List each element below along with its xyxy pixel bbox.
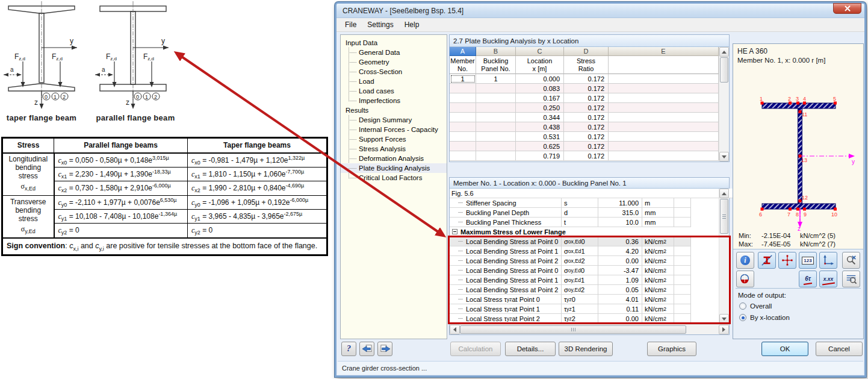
cell-desc[interactable]: Local Stress τyz at Point 2 — [450, 314, 562, 324]
cell-value[interactable]: -3.47 — [598, 266, 642, 275]
cell-e[interactable] — [609, 142, 719, 151]
cell-panel[interactable] — [476, 84, 516, 93]
cell-member[interactable] — [450, 142, 476, 151]
cell-member[interactable] — [450, 93, 476, 103]
cell-panel[interactable] — [476, 93, 516, 103]
cell-symbol[interactable]: σoy,Ed 0 — [562, 266, 598, 275]
radio-by-x-location[interactable]: By x-location — [739, 314, 790, 321]
ok-button[interactable]: OK — [761, 342, 808, 356]
zoom-reset-button[interactable] — [842, 252, 860, 269]
horizontal-scrollbar[interactable] — [450, 324, 729, 334]
column-letter-d[interactable]: D — [564, 47, 609, 56]
cell-ratio[interactable]: 0.172 — [564, 132, 609, 142]
cell-desc[interactable]: Local Bending Stress at Point 1 — [450, 275, 562, 285]
cell-panel[interactable] — [476, 103, 516, 113]
cell-desc[interactable]: Buckling Panel Thickness — [450, 218, 562, 227]
cell-ratio[interactable]: 0.172 — [564, 151, 609, 161]
cell-unit[interactable]: kN/cm2 — [642, 266, 674, 275]
nav-item-plate-buckling-analysis[interactable]: Plate Buckling Analysis — [341, 163, 447, 173]
next-screen-button[interactable] — [377, 342, 392, 356]
nav-item-design-summary[interactable]: Design Summary — [341, 115, 447, 125]
cell-location[interactable]: 0.344 — [516, 113, 564, 122]
nav-item-imperfections[interactable]: Imperfections — [341, 96, 447, 105]
menu-help[interactable]: Help — [399, 19, 425, 31]
cell-location[interactable]: 0.083 — [516, 84, 564, 93]
cell-value[interactable]: 0.36 — [598, 237, 642, 246]
cell-member[interactable] — [450, 122, 476, 132]
radio-overall[interactable]: Overall — [739, 302, 772, 310]
nav-item-support-forces[interactable]: Support Forces — [341, 134, 447, 144]
nav-item-deformation-analysis[interactable]: Deformation Analysis — [341, 154, 447, 163]
cell-value[interactable]: 0.05 — [598, 285, 642, 295]
print-report-button[interactable] — [736, 271, 754, 287]
cell-ratio[interactable]: 0.172 — [564, 113, 609, 122]
cell-member[interactable] — [450, 151, 476, 161]
show-section-button[interactable] — [758, 252, 776, 269]
nav-item-stress-analysis[interactable]: Stress Analysis — [341, 144, 447, 154]
cell-panel[interactable] — [476, 122, 516, 132]
cell-e[interactable] — [609, 113, 719, 122]
cell-panel[interactable] — [476, 142, 516, 151]
cell-e[interactable] — [609, 84, 719, 93]
cell-desc[interactable]: Local Bending Stress at Point 1 — [450, 246, 562, 256]
calculation-button[interactable]: Calculation — [450, 342, 501, 356]
cell-e[interactable] — [609, 132, 719, 142]
decimal-places-button[interactable]: x.xx — [819, 271, 837, 287]
cell-ratio[interactable]: 0.172 — [564, 103, 609, 113]
cell-symbol[interactable]: d — [562, 208, 598, 218]
result-details-button[interactable] — [842, 271, 860, 287]
cell-location[interactable]: 0.719 — [516, 151, 564, 161]
cell-unit[interactable]: kN/cm2 — [642, 246, 674, 256]
cell-location[interactable]: 0.625 — [516, 142, 564, 151]
scroll-up-button[interactable] — [719, 47, 729, 57]
cell-symbol[interactable]: σoy,Ed 2 — [562, 285, 598, 295]
cell-value[interactable]: 0.00 — [598, 256, 642, 266]
column-letter-b[interactable]: B — [476, 47, 516, 56]
cell-location[interactable]: 0.531 — [516, 132, 564, 142]
cell-panel[interactable] — [476, 132, 516, 142]
cell-value[interactable]: 10.0 — [598, 218, 642, 227]
cell-e[interactable] — [609, 122, 719, 132]
cell-symbol[interactable]: τyz 0 — [562, 295, 598, 304]
cell-unit[interactable]: kN/cm2 — [642, 285, 674, 295]
cell-desc[interactable]: Local Bending Stress at Point 0 — [450, 237, 562, 246]
group-max-stress[interactable]: Maximum Stress of Lower Flange — [450, 227, 719, 237]
nav-input-data[interactable]: Input Data — [341, 38, 447, 48]
cell-symbol[interactable]: σoy,Ed 1 — [562, 275, 598, 285]
cell-unit[interactable]: mm — [642, 208, 674, 218]
scrollbar-thumb[interactable] — [720, 199, 728, 234]
cell-desc[interactable]: Local Bending Stress at Point 0 — [450, 266, 562, 275]
cell-desc[interactable]: Local Stress τyz at Point 0 — [450, 295, 562, 304]
title-bar[interactable]: CRANEWAY - [Seeßelberg Bsp. 15.4] — [336, 4, 864, 18]
cell-unit[interactable]: mm — [642, 218, 674, 227]
nav-item-cross-section[interactable]: Cross-Section — [341, 67, 447, 77]
stress-points-button[interactable] — [778, 252, 796, 269]
nav-item-internal-forces[interactable]: Internal Forces - Capacity — [341, 125, 447, 134]
cell-value[interactable]: 11.000 — [598, 198, 642, 208]
scroll-left-button[interactable] — [450, 325, 460, 334]
cell-e[interactable] — [609, 151, 719, 161]
cell-location[interactable]: 0.000 — [516, 74, 564, 84]
cell-ratio[interactable]: 0.172 — [564, 84, 609, 93]
cell-desc[interactable]: Buckling Panel Depth — [450, 208, 562, 218]
previous-screen-button[interactable] — [359, 342, 374, 356]
scroll-right-button[interactable] — [719, 325, 729, 334]
graphics-button[interactable]: Graphics — [647, 342, 696, 356]
cell-unit[interactable]: m — [642, 198, 674, 208]
cell-unit[interactable]: kN/cm2 — [642, 314, 674, 324]
cell-symbol[interactable]: t — [562, 218, 598, 227]
cell-location[interactable]: 0.167 — [516, 93, 564, 103]
cell-member[interactable] — [450, 113, 476, 122]
menu-settings[interactable]: Settings — [362, 19, 398, 31]
cell-panel[interactable]: 1 — [476, 74, 516, 84]
close-button[interactable] — [833, 3, 861, 14]
scrollbar-thumb[interactable] — [460, 325, 686, 334]
cell-location[interactable]: 0.250 — [516, 103, 564, 113]
nav-results[interactable]: Results — [341, 105, 447, 115]
scroll-down-button[interactable] — [719, 314, 729, 324]
cell-value[interactable]: 0.00 — [598, 314, 642, 324]
cell-symbol[interactable]: σox,Ed 1 — [562, 246, 598, 256]
cell-desc[interactable]: Local Stress τyz at Point 1 — [450, 304, 562, 314]
cell-member[interactable] — [450, 103, 476, 113]
cell-ratio[interactable]: 0.172 — [564, 74, 609, 84]
